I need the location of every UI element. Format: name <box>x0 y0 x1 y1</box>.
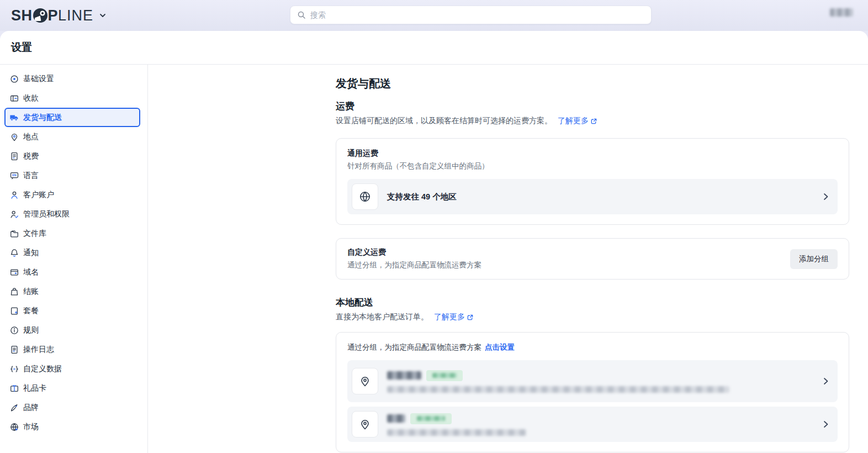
sidebar-item-admins-permissions[interactable]: 管理员和权限 <box>4 204 140 224</box>
sidebar-item-checkout[interactable]: 结账 <box>4 282 140 301</box>
shopline-logo: SHPLINE <box>11 7 93 24</box>
sidebar-item-label: 规则 <box>23 325 39 335</box>
sidebar-item-basic-settings[interactable]: 基础设置 <box>4 69 140 88</box>
chevron-down-icon <box>99 12 107 19</box>
logo-text-p: P <box>48 7 59 24</box>
sidebar-item-label: 域名 <box>23 267 39 277</box>
chevron-right-icon <box>821 192 830 201</box>
sidebar-item-custom-data[interactable]: 自定义数据 <box>4 359 140 378</box>
markets-icon <box>9 422 19 432</box>
search-input[interactable] <box>310 10 644 19</box>
sidebar-item-shipping-delivery[interactable]: 发货与配送 <box>4 108 140 127</box>
local-delivery-location-row[interactable] <box>347 360 838 402</box>
page-title: 设置 <box>11 40 32 55</box>
sidebar-item-label: 语言 <box>23 171 39 181</box>
page-header: 设置 <box>0 31 868 65</box>
local-delivery-card: 通过分组，为指定商品配置物流运费方案 点击设置 <box>336 332 849 452</box>
learn-more-link[interactable]: 了解更多 <box>558 116 597 126</box>
custom-shipping-subtitle: 通过分组，为指定商品配置物流运费方案 <box>347 260 481 270</box>
local-delivery-section-title: 本地配送 <box>336 296 849 309</box>
sidebar-item-file-library[interactable]: 文件库 <box>4 224 140 243</box>
custom-shipping-title: 自定义运费 <box>347 247 481 257</box>
operation-log-icon <box>9 345 19 355</box>
location-pin-icon <box>358 418 372 431</box>
local-delivery-location-row[interactable] <box>347 407 838 442</box>
external-link-icon <box>467 314 474 321</box>
user-account-blurred[interactable] <box>830 8 853 17</box>
sidebar-item-label: 市场 <box>23 422 39 432</box>
location-pin-icon-box <box>352 368 378 394</box>
search-icon <box>297 10 306 19</box>
shipping-truck-icon <box>9 113 19 123</box>
sidebar-item-label: 自定义数据 <box>23 364 62 374</box>
domain-icon <box>9 267 19 277</box>
logo-text-sh: SH <box>11 7 33 24</box>
shipping-fee-section-title: 运费 <box>336 100 849 113</box>
sidebar-item-languages[interactable]: EN 语言 <box>4 166 140 185</box>
location-pin-icon-box <box>352 411 378 438</box>
setup-link[interactable]: 点击设置 <box>485 343 515 352</box>
location-pin-icon <box>358 375 372 388</box>
blurred-location-name <box>387 371 421 380</box>
sidebar-item-label: 文件库 <box>23 229 46 239</box>
sidebar-item-brand[interactable]: 品牌 <box>4 398 140 417</box>
payments-icon <box>9 93 19 103</box>
local-delivery-description: 直接为本地客户配送订单。 了解更多 <box>336 312 849 322</box>
admin-permissions-icon <box>9 209 19 219</box>
sidebar-item-customer-accounts[interactable]: 客户账户 <box>4 185 140 204</box>
sidebar-item-payments[interactable]: 收款 <box>4 88 140 108</box>
sidebar-item-operation-log[interactable]: 操作日志 <box>4 340 140 359</box>
chevron-right-icon <box>821 377 830 386</box>
main-panel: 发货与配送 运费 设置店铺可配送的区域，以及顾客在结算时可选择的运费方案。 了解… <box>148 65 868 453</box>
sidebar-item-rules[interactable]: 规则 <box>4 320 140 340</box>
sidebar-item-locations[interactable]: 地点 <box>4 127 140 146</box>
rules-icon <box>9 325 19 335</box>
sidebar-item-markets[interactable]: 市场 <box>4 417 140 436</box>
svg-text:EN: EN <box>12 173 17 177</box>
sidebar-item-label: 礼品卡 <box>23 383 46 393</box>
blurred-location-name <box>387 414 405 423</box>
sidebar-item-label: 客户账户 <box>23 190 54 200</box>
chevron-right-icon <box>821 420 830 429</box>
gift-card-icon <box>9 383 19 393</box>
sidebar-item-label: 操作日志 <box>23 345 54 355</box>
sidebar-item-label: 通知 <box>23 248 39 258</box>
notifications-icon <box>9 248 19 258</box>
custom-shipping-card: 自定义运费 通过分组，为指定商品配置物流运费方案 添加分组 <box>336 238 849 280</box>
blurred-status-badge <box>426 370 463 381</box>
blurred-location-detail <box>387 386 729 393</box>
sidebar-item-label: 发货与配送 <box>23 113 62 123</box>
sidebar-item-gift-cards[interactable]: 礼品卡 <box>4 378 140 398</box>
blurred-location-detail <box>387 429 526 436</box>
shipping-regions-label: 支持发往 49 个地区 <box>387 192 457 202</box>
sidebar-item-label: 品牌 <box>23 403 39 413</box>
general-shipping-title: 通用运费 <box>347 149 838 159</box>
shopline-o-mark-icon <box>33 8 47 23</box>
language-icon: EN <box>9 171 19 181</box>
learn-more-link[interactable]: 了解更多 <box>434 312 474 322</box>
sidebar-item-label: 结账 <box>23 287 39 297</box>
settings-page: 设置 基础设置 收款 发货与配送 地点 税费 <box>0 31 868 453</box>
general-shipping-card: 通用运费 针对所有商品（不包含自定义组中的商品） 支持发往 49 个地区 <box>336 138 849 225</box>
sidebar-item-taxes[interactable]: 税费 <box>4 146 140 166</box>
sidebar-item-label: 收款 <box>23 93 39 103</box>
sidebar-item-label: 税费 <box>23 151 39 161</box>
global-search <box>290 6 652 24</box>
shipping-delivery-title: 发货与配送 <box>336 76 849 91</box>
tax-icon <box>9 151 19 161</box>
sidebar-item-domains[interactable]: 域名 <box>4 262 140 282</box>
local-delivery-hint: 通过分组，为指定商品配置物流运费方案 点击设置 <box>347 343 838 352</box>
add-group-button[interactable]: 添加分组 <box>790 249 838 269</box>
shipping-fee-description: 设置店铺可配送的区域，以及顾客在结算时可选择的运费方案。 了解更多 <box>336 116 849 126</box>
sidebar-item-plan[interactable]: 套餐 <box>4 301 140 320</box>
sidebar-item-label: 管理员和权限 <box>23 209 70 219</box>
shopline-logo-menu[interactable]: SHPLINE <box>11 7 107 24</box>
plan-icon <box>9 306 19 316</box>
settings-icon <box>9 74 19 84</box>
general-shipping-subtitle: 针对所有商品（不包含自定义组中的商品） <box>347 161 838 171</box>
sidebar-item-notifications[interactable]: 通知 <box>4 243 140 262</box>
shipping-regions-row[interactable]: 支持发往 49 个地区 <box>347 179 838 214</box>
file-library-icon <box>9 229 19 239</box>
sidebar-item-label: 基础设置 <box>23 74 54 84</box>
settings-sidebar: 基础设置 收款 发货与配送 地点 税费 EN 语言 <box>0 65 148 453</box>
